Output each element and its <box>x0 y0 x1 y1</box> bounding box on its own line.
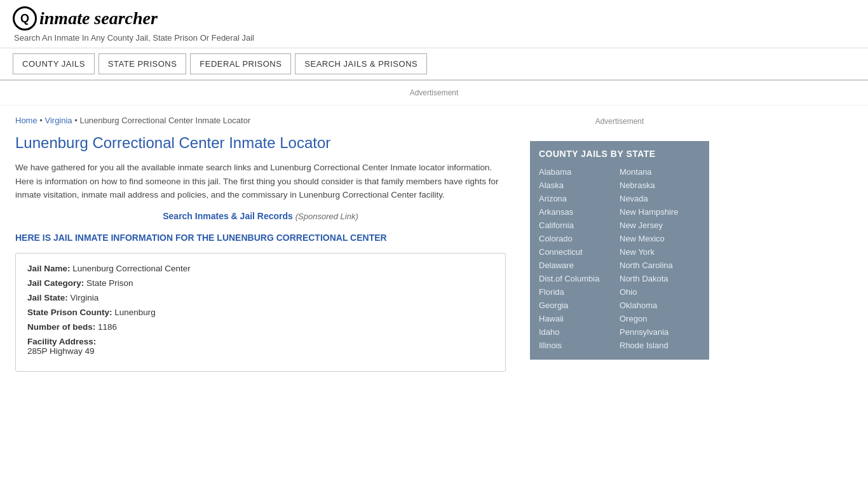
ad-banner: Advertisement <box>0 81 868 105</box>
state-link-left-5[interactable]: Colorado <box>539 232 620 245</box>
logo-area: Q inmate searcher <box>13 6 855 30</box>
page-layout: Home • Virginia • Lunenburg Correctional… <box>0 105 868 382</box>
breadcrumb-home[interactable]: Home <box>15 116 37 125</box>
body-text: We have gathered for you all the availab… <box>15 161 506 202</box>
jail-beds-label: Number of beds: <box>27 322 95 332</box>
state-link-left-4[interactable]: California <box>539 219 620 232</box>
state-link-left-10[interactable]: Georgia <box>539 299 620 312</box>
state-link-right-4[interactable]: New Jersey <box>620 219 700 232</box>
nav-county-jails[interactable]: COUNTY JAILS <box>13 53 95 74</box>
sidebar: Advertisement COUNTY JAILS BY STATE Alab… <box>521 105 718 382</box>
jail-state-row: Jail State: Virginia <box>27 293 494 302</box>
nav-search-jails[interactable]: SEARCH JAILS & PRISONS <box>295 53 427 74</box>
jail-county-label: State Prison County: <box>27 308 112 317</box>
state-link-left-12[interactable]: Idaho <box>539 325 620 339</box>
state-link-left-11[interactable]: Hawaii <box>539 312 620 325</box>
section-header: HERE IS JAIL INMATE INFORMATION FOR THE … <box>15 233 506 243</box>
nav-state-prisons[interactable]: STATE PRISONS <box>98 53 187 74</box>
search-link-area: Search Inmates & Jail Records (Sponsored… <box>15 211 506 221</box>
logo-icon: Q <box>13 6 37 30</box>
jail-name-val: Lunenburg Correctional Center <box>72 264 190 273</box>
state-link-left-6[interactable]: Connecticut <box>539 245 620 259</box>
jail-category-val: State Prison <box>86 278 133 288</box>
jail-state-val: Virginia <box>71 293 99 302</box>
state-link-right-3[interactable]: New Hampshire <box>620 205 700 219</box>
state-link-right-2[interactable]: Nevada <box>620 192 700 205</box>
jail-address-row: Facility Address: 285P Highway 49 <box>27 337 494 356</box>
sidebar-ad: Advertisement <box>530 112 709 131</box>
jail-address-value: 285P Highway 49 <box>27 346 494 356</box>
main-content: Home • Virginia • Lunenburg Correctional… <box>0 105 521 382</box>
states-grid: AlabamaMontanaAlaskaNebraskaArizonaNevad… <box>539 165 700 352</box>
header: Q inmate searcher Search An Inmate In An… <box>0 0 868 48</box>
jail-county-row: State Prison County: Lunenburg <box>27 308 494 317</box>
state-link-right-6[interactable]: New York <box>620 245 700 259</box>
search-inmates-link[interactable]: Search Inmates & Jail Records <box>163 211 293 221</box>
state-link-right-0[interactable]: Montana <box>620 165 700 179</box>
breadcrumb-current: Lunenburg Correctional Center Inmate Loc… <box>79 116 250 125</box>
state-link-left-1[interactable]: Alaska <box>539 179 620 192</box>
state-link-right-12[interactable]: Pennsylvania <box>620 325 700 339</box>
state-link-right-1[interactable]: Nebraska <box>620 179 700 192</box>
sponsored-text: (Sponsored Link) <box>295 212 358 221</box>
state-link-right-11[interactable]: Oregon <box>620 312 700 325</box>
page-title: Lunenburg Correctional Center Inmate Loc… <box>15 134 506 152</box>
nav-bar: COUNTY JAILS STATE PRISONS FEDERAL PRISO… <box>0 48 868 81</box>
jail-name-row: Jail Name: Lunenburg Correctional Center <box>27 264 494 273</box>
jail-county-val: Lunenburg <box>114 308 156 317</box>
state-link-left-13[interactable]: Illinois <box>539 339 620 352</box>
jail-category-row: Jail Category: State Prison <box>27 278 494 288</box>
state-link-right-9[interactable]: Ohio <box>620 285 700 299</box>
state-link-right-8[interactable]: North Dakota <box>620 272 700 285</box>
jail-beds-val: 1186 <box>98 322 117 332</box>
state-link-left-9[interactable]: Florida <box>539 285 620 299</box>
jail-category-label: Jail Category: <box>27 278 84 288</box>
state-link-left-8[interactable]: Dist.of Columbia <box>539 272 620 285</box>
state-link-left-3[interactable]: Arkansas <box>539 205 620 219</box>
jail-beds-row: Number of beds: 1186 <box>27 322 494 332</box>
jail-name-label: Jail Name: <box>27 264 71 273</box>
breadcrumb: Home • Virginia • Lunenburg Correctional… <box>15 116 506 125</box>
state-link-right-5[interactable]: New Mexico <box>620 232 700 245</box>
state-link-right-7[interactable]: North Carolina <box>620 259 700 272</box>
county-jails-box: COUNTY JAILS BY STATE AlabamaMontanaAlas… <box>530 141 709 360</box>
jail-address-label: Facility Address: <box>27 337 494 346</box>
state-link-left-0[interactable]: Alabama <box>539 165 620 179</box>
logo-text: inmate searcher <box>39 8 158 29</box>
state-link-right-13[interactable]: Rhode Island <box>620 339 700 352</box>
logo-searcher: searcher <box>94 8 158 28</box>
jail-state-label: Jail State: <box>27 293 68 302</box>
tagline: Search An Inmate In Any County Jail, Sta… <box>14 33 855 43</box>
nav-federal-prisons[interactable]: FEDERAL PRISONS <box>190 53 291 74</box>
breadcrumb-virginia[interactable]: Virginia <box>44 116 72 125</box>
state-link-left-2[interactable]: Arizona <box>539 192 620 205</box>
state-link-left-7[interactable]: Delaware <box>539 259 620 272</box>
state-link-right-10[interactable]: Oklahoma <box>620 299 700 312</box>
info-box: Jail Name: Lunenburg Correctional Center… <box>15 253 506 372</box>
county-jails-title: COUNTY JAILS BY STATE <box>539 149 700 159</box>
logo-inmate: inmate <box>39 8 90 28</box>
